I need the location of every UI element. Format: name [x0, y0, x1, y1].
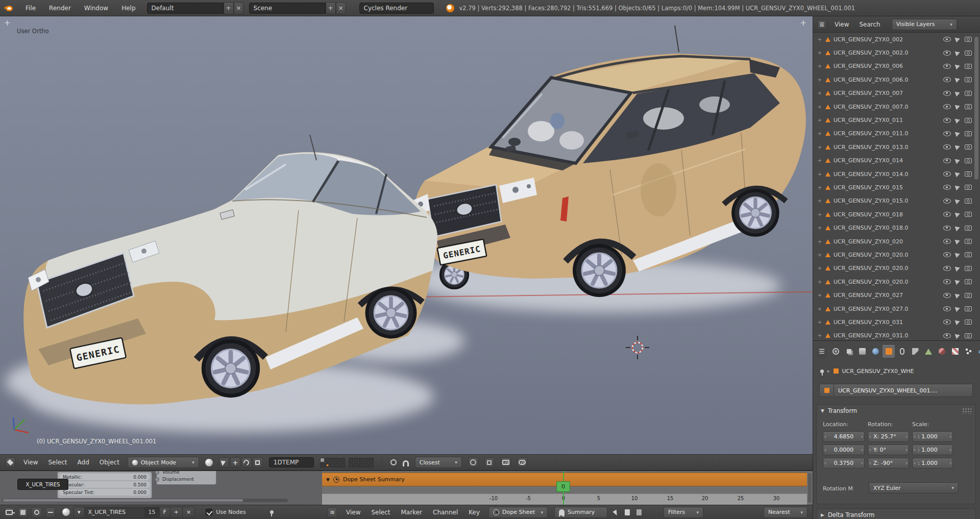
- pin-icon[interactable]: [820, 369, 824, 373]
- expand-icon[interactable]: [817, 131, 822, 136]
- new-material-button[interactable]: +: [170, 507, 183, 518]
- expand-icon[interactable]: [817, 104, 822, 110]
- outliner-row[interactable]: UCR_GENSUV_ZYX0_018: [813, 208, 980, 221]
- outliner-row[interactable]: UCR_GENSUV_ZYX0_020.0: [813, 275, 980, 288]
- scale-z-field[interactable]: : 1.000: [912, 458, 953, 468]
- visibility-eye-icon[interactable]: [943, 64, 951, 69]
- object-name-field[interactable]: UCR_GENSUV_ZYX0_WHEEL_001....: [834, 384, 973, 397]
- expand-icon[interactable]: [817, 265, 822, 271]
- renderability-camera-icon[interactable]: [965, 266, 972, 271]
- expand-icon[interactable]: [817, 37, 822, 42]
- renderability-camera-icon[interactable]: [965, 226, 972, 231]
- renderability-camera-icon[interactable]: [965, 333, 972, 338]
- renderability-camera-icon[interactable]: [965, 104, 972, 109]
- visibility-eye-icon[interactable]: [943, 185, 951, 190]
- summary-toggle[interactable]: Summary: [554, 507, 607, 518]
- manipulator-rotate-icon[interactable]: [241, 457, 252, 467]
- tab-world-icon[interactable]: [869, 345, 881, 358]
- visibility-eye-icon[interactable]: [943, 333, 951, 338]
- visibility-eye-icon[interactable]: [943, 91, 951, 96]
- proportional-edit-icon[interactable]: [390, 459, 397, 465]
- visibility-eye-icon[interactable]: [943, 279, 951, 284]
- copy-keyframes-icon[interactable]: [625, 509, 630, 515]
- expand-icon[interactable]: [817, 225, 822, 231]
- dope-editor-type-icon[interactable]: ≋: [327, 507, 337, 517]
- add-screen-button[interactable]: +: [224, 2, 234, 14]
- tab-scene-icon[interactable]: [856, 345, 868, 358]
- outliner-row[interactable]: UCR_GENSUV_ZYX0_014: [813, 154, 980, 167]
- visibility-eye-icon[interactable]: [943, 319, 951, 325]
- delta-transform-header[interactable]: ▶ Delta Transform: [817, 509, 975, 519]
- selectability-arrow-icon[interactable]: [955, 292, 961, 298]
- expand-icon[interactable]: [817, 117, 822, 123]
- rotation-y-field[interactable]: Y: 0°: [868, 444, 909, 455]
- visibility-eye-icon[interactable]: [943, 37, 951, 42]
- dope-menu-select[interactable]: Select: [369, 509, 392, 516]
- visibility-eye-icon[interactable]: [943, 158, 951, 163]
- renderability-camera-icon[interactable]: [965, 37, 972, 42]
- dope-menu-view[interactable]: View: [344, 509, 362, 516]
- add-scene-button[interactable]: +: [326, 2, 336, 14]
- selectability-arrow-icon[interactable]: [955, 225, 961, 231]
- selectability-arrow-icon[interactable]: [955, 252, 961, 258]
- dope-menu-channel[interactable]: Channel: [431, 509, 460, 516]
- expand-icon[interactable]: [817, 306, 822, 312]
- outliner-row[interactable]: UCR_GENSUV_ZYX0_007: [813, 87, 980, 100]
- visibility-eye-icon[interactable]: [943, 239, 951, 244]
- paste-keyframes-icon[interactable]: [636, 509, 642, 515]
- selectability-arrow-icon[interactable]: [955, 63, 961, 69]
- outliner-filter-dropdown[interactable]: Visible Layers▾: [892, 19, 957, 30]
- outliner-row[interactable]: UCR_GENSUV_ZYX0_015.0: [813, 194, 980, 208]
- outliner-row[interactable]: UCR_GENSUV_ZYX0_018.0: [813, 221, 980, 234]
- manipulator-scale-icon[interactable]: [253, 457, 263, 467]
- node-slider[interactable]: Specular Tint: 0.000: [59, 489, 150, 496]
- material-name-field[interactable]: X_UCR_TIRES: [85, 507, 145, 518]
- browse-material-icon[interactable]: ▾: [74, 507, 85, 518]
- outliner-menu-search[interactable]: Search: [857, 21, 882, 28]
- outliner-menu-view[interactable]: View: [832, 21, 851, 28]
- renderability-camera-icon[interactable]: [965, 144, 972, 150]
- view3d-menu-object[interactable]: Object: [97, 459, 121, 466]
- outliner-row[interactable]: UCR_GENSUV_ZYX0_027: [813, 288, 980, 302]
- renderability-camera-icon[interactable]: [965, 77, 972, 82]
- renderability-camera-icon[interactable]: [965, 64, 972, 69]
- view3d-menu-add[interactable]: Add: [76, 459, 91, 466]
- outliner-row[interactable]: UCR_GENSUV_ZYX0_013.0: [813, 140, 980, 154]
- delete-screen-button[interactable]: ×: [234, 2, 244, 14]
- visibility-eye-icon[interactable]: [943, 104, 951, 109]
- use-nodes-checkbox[interactable]: [206, 509, 212, 515]
- selectability-arrow-icon[interactable]: [955, 198, 961, 204]
- selectability-arrow-icon[interactable]: [955, 171, 961, 177]
- shader-tree-linestyle-icon[interactable]: [45, 507, 56, 517]
- viewport-3d[interactable]: GENERIC: [0, 16, 813, 454]
- expand-icon[interactable]: [817, 212, 822, 217]
- selectability-arrow-icon[interactable]: [955, 265, 961, 271]
- outliner-row[interactable]: UCR_GENSUV_ZYX0_014.0: [813, 167, 980, 181]
- delete-scene-button[interactable]: ×: [336, 2, 346, 14]
- selectability-arrow-icon[interactable]: [955, 36, 961, 42]
- node-slider[interactable]: Specular: 0.500: [59, 481, 150, 488]
- mode-dropdown[interactable]: Object Mode▾: [128, 457, 199, 468]
- select-cursor-icon[interactable]: [612, 509, 620, 515]
- dope-scrollbar[interactable]: [808, 473, 812, 503]
- visibility-eye-icon[interactable]: [943, 266, 951, 271]
- panel-grip[interactable]: [962, 408, 971, 414]
- outliner-row[interactable]: UCR_GENSUV_ZYX0_015: [813, 181, 980, 194]
- rotation-z-field[interactable]: Z: -90°: [868, 458, 909, 468]
- snap-magnet-icon[interactable]: [403, 460, 409, 466]
- node-editor-hscrollbar[interactable]: [2, 499, 288, 502]
- render-border-icon[interactable]: [468, 457, 478, 467]
- outliner-row[interactable]: UCR_GENSUV_ZYX0_031.0: [813, 329, 980, 340]
- tab-object-icon[interactable]: [883, 345, 895, 358]
- expand-icon[interactable]: [817, 90, 822, 96]
- snap-element-dropdown[interactable]: Closest▾: [415, 457, 462, 468]
- expand-icon[interactable]: [817, 185, 822, 190]
- outliner-row[interactable]: UCR_GENSUV_ZYX0_002.0: [813, 46, 980, 59]
- outliner-row[interactable]: UCR_GENSUV_ZYX0_006: [813, 60, 980, 73]
- scene-field[interactable]: Scene: [249, 3, 326, 14]
- material-users-count[interactable]: 15: [145, 507, 160, 518]
- expand-icon[interactable]: [817, 171, 822, 177]
- viewport-canvas[interactable]: GENERIC: [0, 16, 813, 454]
- shader-tree-object-icon[interactable]: [18, 507, 28, 517]
- renderability-camera-icon[interactable]: [965, 199, 972, 204]
